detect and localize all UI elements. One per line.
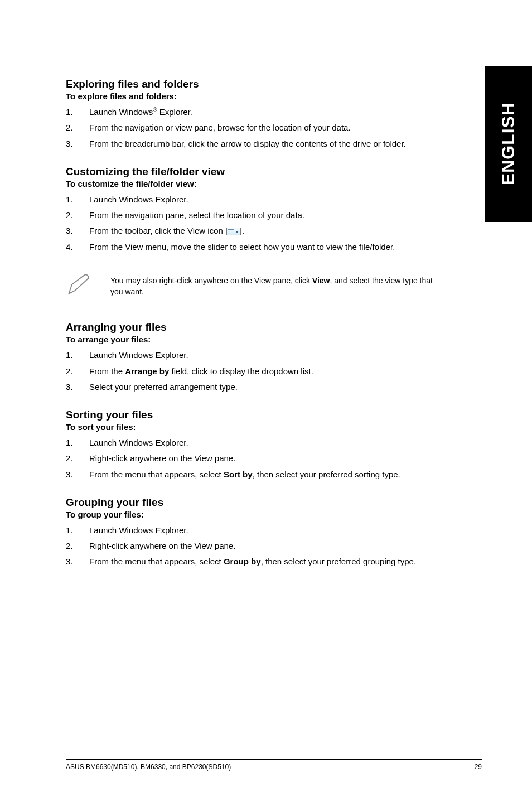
list-text: From the toolbar, click the View icon . (89, 224, 445, 237)
list-item: 3. From the breadcrumb bar, click the ar… (66, 137, 445, 150)
list-text: Launch Windows Explorer. (89, 193, 445, 206)
list-item: 1. Launch Windows Explorer. (66, 524, 445, 537)
list-item: 1. Launch Windows Explorer. (66, 349, 445, 361)
note-block: You may also right-click anywhere on the… (66, 269, 445, 304)
list-exploring: 1. Launch Windows® Explorer. 2. From the… (66, 105, 445, 150)
list-item: 1. Launch Windows® Explorer. (66, 105, 445, 118)
list-item: 1. Launch Windows Explorer. (66, 436, 445, 449)
list-item: 3. From the toolbar, click the View icon… (66, 224, 445, 237)
list-text: From the navigation pane, select the loc… (89, 209, 445, 221)
subheading-grouping: To group your files: (66, 510, 445, 519)
section-grouping: Grouping your files To group your files:… (66, 496, 445, 568)
subheading-sorting: To sort your files: (66, 422, 445, 432)
list-text: From the Arrange by field, click to disp… (89, 365, 445, 378)
list-number: 3. (66, 555, 89, 568)
heading-exploring: Exploring files and folders (66, 78, 445, 90)
list-item: 2. Right-click anywhere on the View pane… (66, 539, 445, 552)
list-text: Launch Windows® Explorer. (89, 105, 445, 118)
list-number: 1. (66, 193, 89, 206)
list-text: From the menu that appears, select Sort … (89, 468, 445, 481)
list-text: Right-click anywhere on the View pane. (89, 539, 445, 552)
footer-page-number: 29 (475, 763, 482, 771)
list-customizing: 1. Launch Windows Explorer. 2. From the … (66, 193, 445, 253)
list-number: 2. (66, 365, 89, 378)
list-item: 3. From the menu that appears, select So… (66, 468, 445, 481)
list-number: 2. (66, 209, 89, 221)
heading-grouping: Grouping your files (66, 496, 445, 509)
list-number: 1. (66, 436, 89, 449)
view-dropdown-icon (226, 228, 241, 235)
list-number: 1. (66, 524, 89, 537)
page-footer: ASUS BM6630(MD510), BM6330, and BP6230(S… (66, 759, 482, 771)
list-text: Select your preferred arrangement type. (89, 380, 445, 393)
list-sorting: 1. Launch Windows Explorer. 2. Right-cli… (66, 436, 445, 481)
list-number: 1. (66, 105, 89, 118)
list-item: 1. Launch Windows Explorer. (66, 193, 445, 206)
list-text: From the breadcrumb bar, click the arrow… (89, 137, 445, 150)
subheading-customizing: To customize the file/folder view: (66, 179, 445, 189)
list-item: 2. From the Arrange by field, click to d… (66, 365, 445, 378)
list-text: From the menu that appears, select Group… (89, 555, 445, 568)
language-tab: ENGLISH (485, 66, 532, 222)
page: ENGLISH Exploring files and folders To e… (0, 0, 532, 802)
section-customizing: Customizing the file/folder view To cust… (66, 166, 445, 253)
heading-sorting: Sorting your files (66, 409, 445, 421)
list-text: Launch Windows Explorer. (89, 349, 445, 361)
heading-arranging: Arranging your files (66, 321, 445, 334)
section-sorting: Sorting your files To sort your files: 1… (66, 409, 445, 481)
list-number: 4. (66, 240, 89, 253)
list-item: 4. From the View menu, move the slider t… (66, 240, 445, 253)
list-number: 3. (66, 137, 89, 150)
list-number: 2. (66, 121, 89, 134)
subheading-exploring: To explore files and folders: (66, 91, 445, 101)
footer-left: ASUS BM6630(MD510), BM6330, and BP6230(S… (66, 763, 231, 771)
section-exploring: Exploring files and folders To explore f… (66, 78, 445, 150)
list-item: 3. Select your preferred arrangement typ… (66, 380, 445, 393)
list-text: From the navigation or view pane, browse… (89, 121, 445, 134)
list-grouping: 1. Launch Windows Explorer. 2. Right-cli… (66, 524, 445, 568)
list-number: 2. (66, 452, 89, 465)
subheading-arranging: To arrange your files: (66, 335, 445, 344)
list-arranging: 1. Launch Windows Explorer. 2. From the … (66, 349, 445, 393)
language-label: ENGLISH (498, 102, 519, 185)
list-number: 1. (66, 349, 89, 361)
list-text: Right-click anywhere on the View pane. (89, 452, 445, 465)
main-content: Exploring files and folders To explore f… (66, 78, 445, 568)
list-text: From the View menu, move the slider to s… (89, 240, 445, 253)
list-item: 2. Right-click anywhere on the View pane… (66, 452, 445, 465)
list-text: Launch Windows Explorer. (89, 524, 445, 537)
heading-customizing: Customizing the file/folder view (66, 166, 445, 178)
list-item: 3. From the menu that appears, select Gr… (66, 555, 445, 568)
note-text: You may also right-click anywhere on the… (110, 269, 445, 304)
list-number: 3. (66, 468, 89, 481)
list-number: 2. (66, 539, 89, 552)
pencil-icon (66, 269, 110, 299)
list-item: 2. From the navigation or view pane, bro… (66, 121, 445, 134)
list-number: 3. (66, 224, 89, 237)
section-arranging: Arranging your files To arrange your fil… (66, 321, 445, 393)
list-number: 3. (66, 380, 89, 393)
list-text: Launch Windows Explorer. (89, 436, 445, 449)
list-item: 2. From the navigation pane, select the … (66, 209, 445, 221)
